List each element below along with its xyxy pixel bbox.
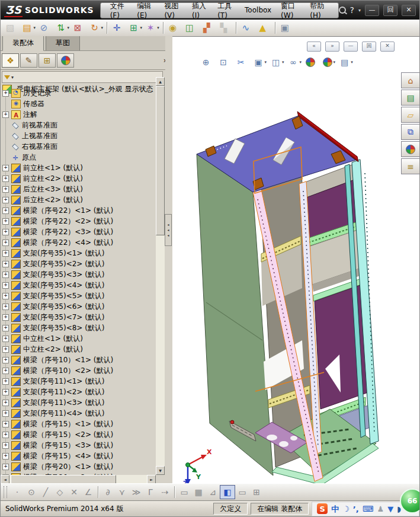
tree-item[interactable]: + 横梁（序号22）<2> (默认) — [1, 216, 156, 226]
expand-icon[interactable]: + — [2, 325, 9, 331]
interference-check-icon[interactable]: ▲▾ — [255, 21, 272, 35]
new-document-icon[interactable]: ▧▾ — [3, 21, 20, 35]
featuremanager-tab[interactable]: ❖ — [2, 53, 19, 68]
toolbar-button[interactable]: ▾ — [275, 22, 275, 34]
expand-icon[interactable]: + — [2, 453, 9, 459]
point-tool-icon[interactable]: · — [10, 486, 24, 499]
edit-appearance-icon[interactable]: ▾ — [304, 57, 320, 68]
parallel-relation-icon[interactable]: ≫ — [129, 486, 143, 499]
scroll-down-icon[interactable]: ▼ — [156, 466, 165, 475]
tree-item[interactable]: + 支架(序号35)<6> (默认) — [1, 301, 156, 312]
restore-button[interactable]: 回 — [383, 5, 397, 16]
menu-item[interactable]: 文件(F) — [105, 0, 133, 21]
expand-icon[interactable]: + — [2, 389, 9, 395]
filter-dropdown-icon[interactable]: ▾ — [11, 75, 14, 80]
expand-icon[interactable]: + — [2, 197, 9, 203]
expand-icon[interactable]: + — [2, 90, 9, 97]
circle-tool-icon[interactable]: ⊙ — [24, 486, 39, 499]
account-icon[interactable]: ♟ — [377, 505, 384, 513]
spline-tool-icon[interactable]: ∂ — [101, 486, 115, 499]
expand-icon[interactable]: + — [2, 421, 9, 427]
expand-icon[interactable]: + — [2, 218, 9, 225]
panel-splitter[interactable]: ◂◂◂ — [165, 36, 172, 484]
next-window-button[interactable]: » — [325, 42, 339, 52]
menu-item[interactable]: 视图(V) — [159, 0, 187, 21]
tree-item[interactable]: + 横梁（序号10）<1> (默认) — [1, 355, 156, 365]
zoom-to-area-icon[interactable]: ⊡▾ — [217, 56, 233, 68]
toolbar-button[interactable]: ▾ — [107, 22, 107, 34]
menu-item[interactable]: 工具(T) — [213, 0, 240, 21]
expand-icon[interactable]: + — [2, 165, 9, 171]
tree-item[interactable]: + 支架(序号11)<3> (默认) — [1, 397, 156, 408]
soft-keyboard-icon[interactable]: ⌨ — [363, 505, 374, 513]
graphics-viewport[interactable]: X Y Z «»—回✕ ⊕▾⊡▾✂▾▣▾◫▾∞▾▾▾▤▾ ⌂▤▱⧉≡ — [172, 36, 419, 484]
previous-window-button[interactable]: « — [307, 42, 321, 52]
menu-item[interactable]: 编辑(E) — [132, 0, 159, 21]
help-dropdown-icon[interactable]: ▾ — [358, 8, 361, 13]
menu-item[interactable]: 插入(I) — [187, 0, 213, 21]
mate-icon[interactable]: ⊞▾ — [127, 21, 144, 35]
expand-icon[interactable]: + — [2, 410, 9, 417]
tree-item[interactable]: + 中立柱<1> (默认) — [1, 333, 156, 344]
custom-properties-icon[interactable]: ≡ — [401, 158, 419, 174]
tree-item[interactable]: + 横梁（序号15）<3> (默认) — [1, 440, 156, 451]
performance-ball[interactable]: 66 — [400, 489, 420, 513]
tree-item[interactable]: + 横梁（序号22）<1> (默认) — [1, 205, 156, 216]
expand-icon[interactable]: + — [2, 293, 9, 299]
grid-snap-icon[interactable]: ▦ — [191, 486, 206, 499]
doc-minimize-button[interactable]: — — [344, 42, 358, 52]
line-tool-icon[interactable]: ╱ — [39, 486, 53, 499]
perpendicular-relation-icon[interactable]: Γ — [143, 486, 158, 499]
tree-item[interactable]: + 右视基准面 — [1, 141, 156, 152]
tree-item[interactable]: + 中立柱<2> (默认) — [1, 344, 156, 355]
solidworks-resources-icon[interactable]: ⌂ — [401, 72, 419, 88]
tab-assembly[interactable]: 装配体 — [2, 36, 44, 51]
tree-filter[interactable]: ▾ — [2, 71, 163, 83]
move-component-icon[interactable]: ✛▾ — [110, 21, 127, 35]
expand-icon[interactable]: + — [2, 111, 9, 118]
mirror-entities-icon[interactable]: ⋎ — [115, 486, 129, 499]
expand-icon[interactable]: + — [2, 357, 9, 363]
doc-restore-button[interactable]: 回 — [362, 42, 376, 52]
expand-icon[interactable]: + — [2, 432, 9, 438]
component-preview-icon[interactable]: ▞▾ — [200, 21, 217, 35]
chinese-english-icon[interactable]: 中 — [331, 505, 339, 513]
attachment-icon[interactable]: ⊘▾ — [37, 21, 54, 35]
trim-entities-icon[interactable]: ✕ — [67, 486, 81, 499]
expand-icon[interactable]: + — [2, 378, 9, 385]
expand-icon[interactable]: + — [2, 314, 9, 321]
tree-item[interactable]: + 注解 — [1, 109, 156, 120]
tree-item[interactable]: + 横梁（序号15）<1> (默认) — [1, 419, 156, 429]
help-icon[interactable]: ? — [350, 5, 354, 15]
motion-study-icon[interactable]: ∿▾ — [239, 21, 256, 35]
expand-icon[interactable]: + — [2, 229, 9, 235]
splitter-handle[interactable]: ◂◂◂ — [165, 214, 172, 246]
tree-item[interactable]: + 前视基准面 — [1, 120, 156, 130]
view-orientation-icon[interactable]: ▣▾ — [252, 56, 268, 68]
expand-icon[interactable]: + — [2, 261, 9, 267]
toolbar-grip[interactable] — [4, 486, 7, 498]
3d-model[interactable]: X Y Z — [172, 37, 417, 486]
tree-vertical-scrollbar[interactable]: ▲ ▼ — [156, 77, 165, 475]
file-explorer-icon[interactable]: ▱ — [401, 107, 419, 123]
tree-item[interactable]: + 传感器 — [1, 98, 156, 109]
tree-item[interactable]: + 支架(序号11)<4> (默认) — [1, 408, 156, 419]
hide-show-items-icon[interactable]: ∞▾ — [287, 56, 303, 68]
design-library-icon[interactable]: ▤ — [401, 90, 419, 106]
expand-icon[interactable]: + — [2, 304, 9, 310]
tree-item[interactable]: + 横梁（序号22）<3> (默认) — [1, 226, 156, 237]
tree-item[interactable]: + 支架(序号35)<1> (默认) — [1, 248, 156, 258]
expand-icon[interactable]: + — [2, 442, 9, 449]
tab-sketch[interactable]: 草图 — [46, 36, 80, 50]
tree-item[interactable]: + 横梁（序号22）<4> (默认) — [1, 237, 156, 248]
hidden-tool-icon[interactable]: ▚▾ — [216, 21, 233, 35]
tree-item[interactable]: + 前立柱<2> (默认) — [1, 173, 156, 184]
expand-icon[interactable]: + — [2, 240, 9, 246]
sogou-input-icon[interactable]: S — [317, 503, 328, 514]
menu-item[interactable]: Toolbox — [240, 4, 276, 16]
expand-icon[interactable]: + — [2, 336, 9, 342]
dynamic-mirror-icon[interactable]: ⇢ — [158, 486, 172, 499]
expand-icon[interactable]: + — [2, 175, 9, 182]
menu-item[interactable]: 帮助(H) — [305, 0, 333, 21]
tree-item[interactable]: + 后立柱<3> (默认) — [1, 184, 156, 194]
